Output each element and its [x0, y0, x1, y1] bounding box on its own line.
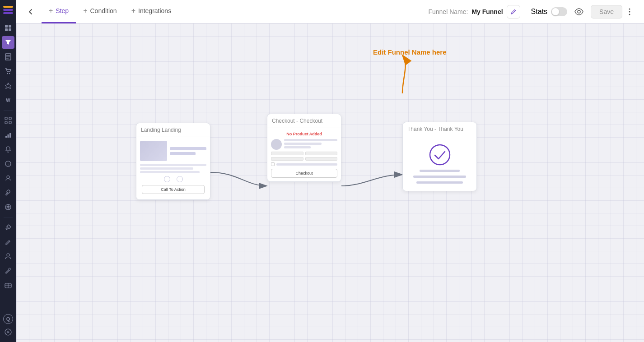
checkout-card-title: Checkout - Checkout — [267, 114, 341, 128]
tab-step-plus: + — [49, 7, 53, 15]
svg-rect-18 — [8, 134, 9, 138]
back-button[interactable] — [23, 5, 38, 19]
sidebar-divider-1 — [4, 110, 13, 111]
tab-step[interactable]: + Step — [42, 0, 76, 23]
checkout-fields — [271, 152, 337, 161]
svg-rect-0 — [3, 6, 13, 8]
checkout-card-subtitle: - Checkout — [296, 118, 322, 124]
svg-point-37 — [430, 145, 450, 165]
sidebar: W i — [0, 0, 16, 342]
svg-rect-14 — [9, 117, 11, 120]
thankyou-card-title: Thank You - Thank You — [403, 122, 476, 136]
svg-point-12 — [9, 73, 10, 74]
toolbar: + Step + Condition + Integrations Funnel… — [16, 0, 644, 23]
checkout-check-row — [271, 162, 337, 166]
sidebar-icon-quiz[interactable]: Q — [3, 314, 13, 324]
sidebar-icon-signature[interactable] — [2, 236, 14, 248]
svg-rect-5 — [5, 28, 8, 31]
landing-card-title: Landing Landing — [136, 123, 210, 137]
tab-condition-label: Condition — [90, 7, 117, 14]
thankyou-card[interactable]: Thank You - Thank You — [402, 122, 477, 191]
checkout-field-1[interactable] — [271, 152, 303, 155]
sidebar-icon-tools[interactable] — [2, 186, 14, 199]
checkout-line-3 — [284, 146, 311, 148]
sidebar-icon-analytics[interactable] — [2, 129, 14, 141]
connector-arrows — [16, 23, 644, 342]
svg-point-22 — [7, 176, 9, 179]
sidebar-icon-pinned[interactable] — [2, 221, 14, 234]
checkout-field-3[interactable] — [271, 157, 303, 161]
sidebar-icon-notifications[interactable] — [2, 143, 14, 156]
canvas[interactable]: Edit Funnel Name here Landing Landing — [16, 23, 644, 342]
tab-integrations-plus: + — [131, 7, 135, 15]
annotation-area: Edit Funnel Name here — [373, 48, 447, 56]
svg-rect-3 — [5, 25, 8, 28]
svg-text:i: i — [8, 162, 9, 166]
checkout-check-line — [276, 163, 337, 166]
svg-point-11 — [7, 73, 8, 74]
sidebar-icon-woo[interactable]: W — [2, 94, 14, 106]
svg-rect-4 — [9, 25, 11, 28]
sidebar-icon-modules[interactable] — [2, 114, 14, 127]
svg-point-32 — [629, 11, 630, 12]
preview-button[interactable] — [571, 4, 587, 20]
svg-rect-19 — [9, 133, 11, 138]
svg-point-33 — [629, 14, 630, 15]
main-area: + Step + Condition + Integrations Funnel… — [16, 0, 644, 342]
sidebar-icon-play[interactable] — [2, 326, 14, 338]
checkout-line-1 — [284, 139, 337, 141]
sidebar-icon-contacts[interactable] — [2, 172, 14, 185]
stats-area: Stats — [531, 7, 567, 16]
svg-point-25 — [7, 254, 9, 256]
funnel-name-value: My Funnel — [471, 8, 503, 15]
sidebar-icon-orders[interactable] — [2, 65, 14, 78]
sidebar-icon-wrench[interactable] — [2, 264, 14, 277]
sidebar-divider-2 — [4, 217, 13, 217]
sidebar-icon-feedback[interactable] — [2, 79, 14, 92]
tab-condition-plus: + — [83, 7, 87, 15]
checkout-line-2 — [284, 143, 322, 145]
logo-icon[interactable] — [2, 4, 14, 16]
sidebar-icon-support[interactable] — [2, 279, 14, 291]
edit-funnel-name-button[interactable] — [507, 5, 520, 18]
stats-toggle[interactable] — [551, 7, 567, 16]
annotation-text: Edit Funnel Name here — [373, 48, 447, 56]
sidebar-icon-integrations[interactable] — [2, 201, 14, 213]
svg-point-30 — [578, 10, 580, 13]
thankyou-card-subtitle: - Thank You — [434, 126, 463, 132]
more-options-button[interactable] — [622, 5, 637, 19]
landing-card-subtitle: Landing — [162, 127, 181, 133]
funnel-name-label: Funnel Name: — [428, 8, 468, 15]
svg-rect-2 — [3, 12, 13, 14]
checkout-cta-button[interactable]: Checkout — [271, 169, 337, 178]
sidebar-icon-person[interactable] — [2, 250, 14, 263]
svg-rect-17 — [5, 136, 7, 138]
svg-rect-15 — [5, 121, 7, 124]
landing-cta[interactable]: Call To Action — [142, 185, 205, 194]
tab-step-label: Step — [56, 7, 69, 14]
checkout-checkbox[interactable] — [271, 162, 275, 166]
tab-integrations[interactable]: + Integrations — [124, 0, 179, 23]
checkout-avatar — [271, 139, 282, 150]
tab-condition[interactable]: + Condition — [76, 0, 124, 23]
checkout-preview: No Product Added — [267, 128, 341, 181]
landing-preview: Call To Action — [136, 137, 210, 199]
landing-card[interactable]: Landing Landing Call To Action — [136, 123, 210, 200]
checkout-card[interactable]: Checkout - Checkout No Product Added — [267, 114, 341, 182]
stats-label: Stats — [531, 8, 547, 16]
checkmark-icon — [429, 143, 451, 166]
tab-integrations-label: Integrations — [138, 7, 171, 14]
checkout-field-2[interactable] — [305, 152, 338, 155]
svg-point-31 — [629, 8, 630, 9]
svg-rect-6 — [9, 28, 11, 31]
sidebar-icon-dashboard[interactable] — [2, 22, 14, 34]
sidebar-icon-badge[interactable]: i — [2, 157, 14, 170]
svg-rect-1 — [3, 9, 13, 11]
save-button[interactable]: Save — [591, 5, 622, 18]
thankyou-preview — [403, 136, 476, 191]
sidebar-icon-funnel[interactable] — [2, 36, 14, 49]
funnel-name-area: Funnel Name: My Funnel — [428, 5, 520, 18]
no-product-label: No Product Added — [271, 132, 337, 136]
sidebar-icon-pages[interactable] — [2, 51, 14, 63]
checkout-field-4[interactable] — [305, 157, 338, 161]
